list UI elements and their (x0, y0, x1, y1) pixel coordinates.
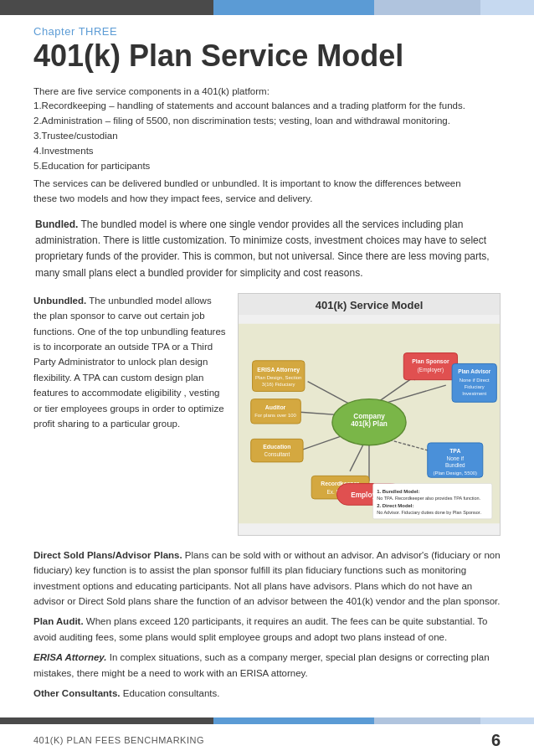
page-title: 401(k) Plan Service Model (33, 39, 501, 73)
svg-text:Education: Education (263, 444, 290, 450)
service-model-diagram: 401(k) Service Model (238, 293, 501, 536)
diagram-body: Company 401(k) Plan Plan Sponsor (Employ… (239, 315, 500, 532)
two-col-section: Unbundled. The unbundled model allows th… (33, 293, 501, 536)
erisa-label: ERISA Attorney. (33, 652, 107, 662)
direct-sold-label: Direct Sold Plans/Advisor Plans. (33, 550, 182, 560)
footer: 401(K) PLAN FEES BENCHMARKING 6 (0, 724, 534, 756)
footer-page-number: 6 (491, 731, 501, 750)
diagram-svg: Company 401(k) Plan Plan Sponsor (Employ… (239, 315, 500, 532)
top-bar-blue (213, 0, 373, 15)
svg-text:Company: Company (353, 412, 385, 419)
svg-text:2.  Direct Model:: 2. Direct Model: (377, 503, 413, 508)
bottom-sections: Direct Sold Plans/Advisor Plans. Plans c… (33, 548, 501, 702)
plan-audit-text: When plans exceed 120 participants, it r… (33, 616, 488, 641)
other-text: Education consultants. (121, 688, 220, 698)
svg-text:401(k) Plan: 401(k) Plan (351, 420, 388, 428)
bottom-bar-lightest (480, 717, 534, 724)
plan-audit-paragraph: Plan Audit. When plans exceed 120 partic… (33, 614, 501, 645)
top-bar-lightest (480, 0, 534, 15)
page-content: Chapter THREE 401(k) Plan Service Model … (0, 15, 534, 748)
top-color-bar (0, 0, 534, 15)
svg-text:Consultant: Consultant (264, 451, 290, 457)
svg-text:1.  Bundled Model:: 1. Bundled Model: (377, 488, 419, 493)
erisa-paragraph: ERISA Attorney. In complex situations, s… (33, 650, 501, 681)
intro-line5: 4.Investments (33, 144, 501, 159)
intro-line7: The services can be delivered bundled or… (33, 177, 501, 192)
bottom-bar-dark (0, 717, 213, 724)
svg-text:None if Direct: None if Direct (460, 377, 490, 382)
unbundled-label: Unbundled. (33, 296, 86, 306)
bundled-text: The bundled model is where one single ve… (35, 219, 490, 279)
intro-block: There are five service components in a 4… (33, 85, 501, 174)
plan-audit-label: Plan Audit. (33, 616, 84, 626)
intro-line2: 1.Recordkeeping – handling of statements… (33, 99, 501, 114)
chapter-label: Chapter THREE (33, 25, 501, 38)
bottom-color-bar (0, 717, 534, 724)
bottom-bar-blue (213, 717, 373, 724)
intro-block2: The services can be delivered bundled or… (33, 177, 501, 207)
svg-text:Plan Design, Section: Plan Design, Section (255, 375, 301, 380)
svg-text:No TPA. Recordkeeper also prov: No TPA. Recordkeeper also provides TPA f… (377, 496, 480, 501)
svg-text:(Plan Design, 5500): (Plan Design, 5500) (433, 470, 477, 475)
svg-text:TPA: TPA (449, 448, 460, 454)
svg-text:Bundled: Bundled (445, 462, 465, 468)
svg-text:Investment: Investment (462, 391, 486, 396)
svg-text:No Advisor. Fiduciary duties d: No Advisor. Fiduciary duties done by Pla… (377, 510, 481, 515)
svg-text:Fiduciary: Fiduciary (465, 384, 485, 389)
svg-text:ERISA Attorney: ERISA Attorney (257, 366, 300, 373)
svg-rect-24 (251, 399, 301, 423)
intro-line3: 2.Administration – filing of 5500, non d… (33, 114, 501, 129)
svg-text:(Employer): (Employer) (418, 366, 444, 373)
svg-text:For plans over 100: For plans over 100 (254, 413, 296, 418)
intro-line8: these two models and how they impact fee… (33, 192, 501, 207)
bundled-label: Bundled. (35, 219, 78, 230)
unbundled-text: The unbundled model allows the plan spon… (33, 296, 226, 429)
intro-line1: There are five service components in a 4… (33, 85, 501, 100)
svg-text:None if: None if (447, 455, 465, 461)
svg-text:Auditor: Auditor (265, 404, 286, 409)
svg-text:Plan Advisor: Plan Advisor (458, 368, 490, 374)
bottom-bar-light-blue (374, 717, 481, 724)
svg-rect-27 (251, 439, 303, 462)
unbundled-column: Unbundled. The unbundled model allows th… (33, 293, 226, 432)
bundled-section: Bundled. The bundled model is where one … (33, 217, 501, 281)
svg-text:Plan Sponsor: Plan Sponsor (412, 358, 449, 365)
intro-line4: 3.Trustee/custodian (33, 129, 501, 144)
other-label: Other Consultants. (33, 688, 121, 698)
top-bar-dark (0, 0, 213, 15)
direct-sold-paragraph: Direct Sold Plans/Advisor Plans. Plans c… (33, 548, 501, 609)
svg-text:3(16) Fiduciary: 3(16) Fiduciary (262, 382, 295, 387)
other-paragraph: Other Consultants. Education consultants… (33, 686, 501, 701)
top-bar-light-blue (374, 0, 481, 15)
diagram-title: 401(k) Service Model (239, 294, 500, 315)
footer-label: 401(K) PLAN FEES BENCHMARKING (33, 735, 204, 745)
intro-line6: 5.Education for participants (33, 159, 501, 174)
